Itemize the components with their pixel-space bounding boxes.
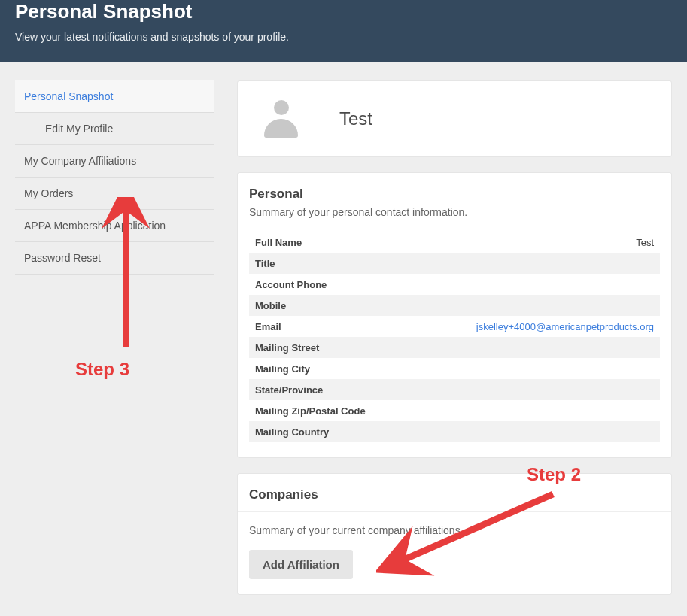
profile-name: Test (339, 108, 372, 129)
table-row: Mailing Country (249, 421, 660, 442)
field-label: Mailing Zip/Postal Code (249, 400, 410, 421)
page-title: Personal Snapshot (15, 0, 672, 23)
field-label: Full Name (249, 232, 410, 253)
companies-card: Companies Summary of your current compan… (237, 473, 672, 595)
field-value (410, 253, 660, 274)
content-area: Personal Snapshot Edit My Profile My Com… (0, 62, 687, 614)
field-value (410, 337, 660, 358)
table-row: Mobile (249, 295, 660, 316)
personal-card: Personal Summary of your personal contac… (237, 172, 672, 458)
field-value (410, 400, 660, 421)
field-label: Title (249, 253, 410, 274)
field-label: Account Phone (249, 274, 410, 295)
nav-appa-membership-application[interactable]: APPA Membership Application (15, 210, 214, 242)
page-subtitle: View your latest notifications and snaps… (15, 31, 672, 43)
divider (238, 511, 671, 512)
table-row: Account Phone (249, 274, 660, 295)
field-value (410, 295, 660, 316)
nav-password-reset[interactable]: Password Reset (15, 242, 214, 275)
field-value (410, 421, 660, 442)
field-label: Email (249, 316, 410, 337)
companies-title: Companies (249, 487, 660, 502)
field-label: Mailing Street (249, 337, 410, 358)
table-row: Mailing Street (249, 337, 660, 358)
field-label: Mailing Country (249, 421, 410, 442)
table-row: Full NameTest (249, 232, 660, 253)
field-label: Mobile (249, 295, 410, 316)
field-value (410, 379, 660, 400)
personal-table: Full NameTestTitleAccount PhoneMobileEma… (249, 232, 660, 442)
table-row: State/Province (249, 379, 660, 400)
nav-edit-my-profile[interactable]: Edit My Profile (15, 113, 214, 145)
main-column: Test Personal Summary of your personal c… (237, 80, 672, 595)
nav-my-orders[interactable]: My Orders (15, 178, 214, 210)
personal-title: Personal (249, 187, 660, 202)
nav-personal-snapshot[interactable]: Personal Snapshot (15, 80, 214, 113)
annotation-step3-label: Step 3 (75, 359, 129, 380)
sidebar-nav: Personal Snapshot Edit My Profile My Com… (15, 80, 214, 275)
page-header: Personal Snapshot View your latest notif… (0, 0, 687, 62)
table-row: Emailjskelley+4000@americanpetproducts.o… (249, 316, 660, 337)
personal-subtitle: Summary of your personal contact informa… (249, 206, 660, 218)
field-label: State/Province (249, 379, 410, 400)
field-value[interactable]: jskelley+4000@americanpetproducts.org (410, 316, 660, 337)
table-row: Mailing City (249, 358, 660, 379)
table-row: Title (249, 253, 660, 274)
field-value (410, 274, 660, 295)
field-value (410, 358, 660, 379)
table-row: Mailing Zip/Postal Code (249, 400, 660, 421)
profile-card: Test (237, 80, 672, 157)
avatar-icon (264, 100, 298, 138)
field-value: Test (410, 232, 660, 253)
companies-subtitle: Summary of your current company affiliat… (249, 524, 660, 536)
nav-my-company-affiliations[interactable]: My Company Affiliations (15, 145, 214, 178)
add-affiliation-button[interactable]: Add Affiliation (249, 550, 353, 579)
field-label: Mailing City (249, 358, 410, 379)
